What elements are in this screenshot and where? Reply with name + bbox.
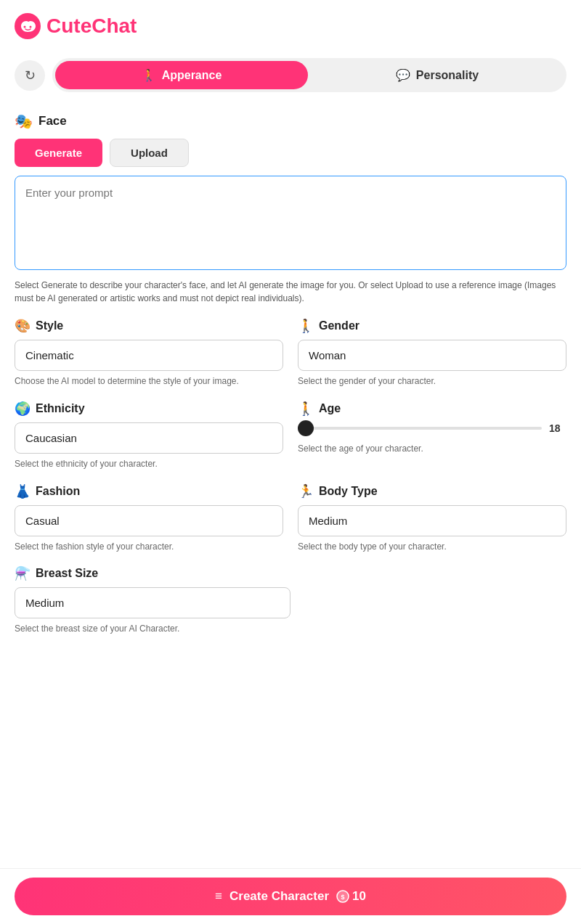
breast-size-hint: Select the breast size of your AI Charac…	[15, 623, 290, 635]
fashion-select[interactable]: Casual Formal Sporty Elegant	[15, 505, 283, 536]
body-type-field: 🏃 Body Type Slim Medium Athletic Curvy S…	[298, 483, 566, 553]
breast-size-field: ⚗️ Breast Size Small Medium Large Extra …	[15, 565, 290, 635]
face-section-title: 🎭 Face	[15, 113, 566, 130]
face-hint-text: Select Generate to describe your charact…	[15, 279, 566, 305]
logo-text: CuteChat	[46, 15, 137, 38]
age-slider[interactable]	[298, 427, 542, 430]
fashion-bodytype-row: 👗 Fashion Casual Formal Sporty Elegant S…	[0, 470, 581, 553]
refresh-icon: ↻	[25, 68, 36, 83]
age-icon: 🚶	[298, 401, 314, 417]
svg-point-2	[30, 26, 32, 28]
breast-size-label: ⚗️ Breast Size	[15, 565, 290, 581]
coin-icon: $	[336, 890, 349, 903]
fashion-field: 👗 Fashion Casual Formal Sporty Elegant S…	[15, 483, 283, 553]
ethnicity-label: 🌍 Ethnicity	[15, 401, 283, 417]
face-section: 🎭 Face Generate Upload Select Generate t…	[0, 99, 581, 305]
age-slider-container: 18	[298, 422, 566, 434]
gender-select[interactable]: Woman Man Non-binary	[298, 340, 566, 371]
fashion-label: 👗 Fashion	[15, 483, 283, 499]
face-icon: 🎭	[15, 113, 33, 130]
fashion-hint: Select the fashion style of your charact…	[15, 541, 283, 553]
body-type-select[interactable]: Slim Medium Athletic Curvy	[298, 505, 566, 536]
ethnicity-age-row: 🌍 Ethnicity Caucasian Asian Black Hispan…	[0, 388, 581, 470]
age-hint: Select the age of your character.	[298, 443, 566, 455]
gender-icon: 🚶	[298, 318, 314, 334]
tab-bar: ↻ 🚶 Apperance 💬 Personality	[0, 46, 581, 99]
style-hint: Choose the AI model to determine the sty…	[15, 375, 283, 388]
tabs-container: 🚶 Apperance 💬 Personality	[52, 58, 566, 92]
breast-size-section: ⚗️ Breast Size Small Medium Large Extra …	[0, 552, 581, 635]
generate-button[interactable]: Generate	[15, 139, 102, 167]
refresh-button[interactable]: ↻	[15, 60, 45, 91]
upload-button[interactable]: Upload	[110, 139, 189, 167]
breast-size-icon: ⚗️	[15, 565, 31, 581]
header: CuteChat	[0, 0, 581, 46]
style-field: 🎨 Style Cinematic Anime Realistic Cartoo…	[15, 318, 283, 388]
style-gender-row: 🎨 Style Cinematic Anime Realistic Cartoo…	[0, 305, 581, 388]
ethnicity-hint: Select the ethnicity of your character.	[15, 458, 283, 470]
gender-label: 🚶 Gender	[298, 318, 566, 334]
logo-icon	[15, 13, 41, 39]
tab-personality[interactable]: 💬 Personality	[311, 61, 564, 89]
appearance-icon: 🚶	[142, 68, 156, 82]
style-select[interactable]: Cinematic Anime Realistic Cartoon	[15, 340, 283, 371]
age-field: 🚶 Age 18 Select the age of your characte…	[298, 401, 566, 470]
gender-hint: Select the gender of your character.	[298, 375, 566, 388]
ethnicity-field: 🌍 Ethnicity Caucasian Asian Black Hispan…	[15, 401, 283, 470]
prompt-textarea[interactable]	[15, 176, 566, 270]
gender-field: 🚶 Gender Woman Man Non-binary Select the…	[298, 318, 566, 388]
coins-badge: $ 10	[336, 889, 366, 904]
age-value: 18	[549, 422, 566, 434]
age-label: 🚶 Age	[298, 401, 566, 417]
breast-size-select[interactable]: Small Medium Large Extra Large	[15, 587, 290, 618]
svg-point-1	[24, 26, 26, 28]
ethnicity-select[interactable]: Caucasian Asian Black Hispanic Middle Ea…	[15, 422, 283, 454]
personality-icon: 💬	[396, 68, 410, 82]
body-type-hint: Select the body type of your character.	[298, 541, 566, 553]
create-label: Create Character	[229, 889, 329, 904]
face-btn-row: Generate Upload	[15, 139, 566, 167]
create-character-button[interactable]: ≡ Create Character $ 10	[15, 878, 566, 915]
bottom-bar: ≡ Create Character $ 10	[0, 868, 581, 924]
create-icon: ≡	[215, 889, 222, 904]
body-type-label: 🏃 Body Type	[298, 483, 566, 499]
svg-text:$: $	[341, 894, 344, 901]
ethnicity-icon: 🌍	[15, 401, 31, 417]
body-type-icon: 🏃	[298, 483, 314, 499]
tab-appearance[interactable]: 🚶 Apperance	[55, 61, 308, 89]
fashion-icon: 👗	[15, 483, 31, 499]
style-label: 🎨 Style	[15, 318, 283, 334]
style-icon: 🎨	[15, 318, 31, 334]
